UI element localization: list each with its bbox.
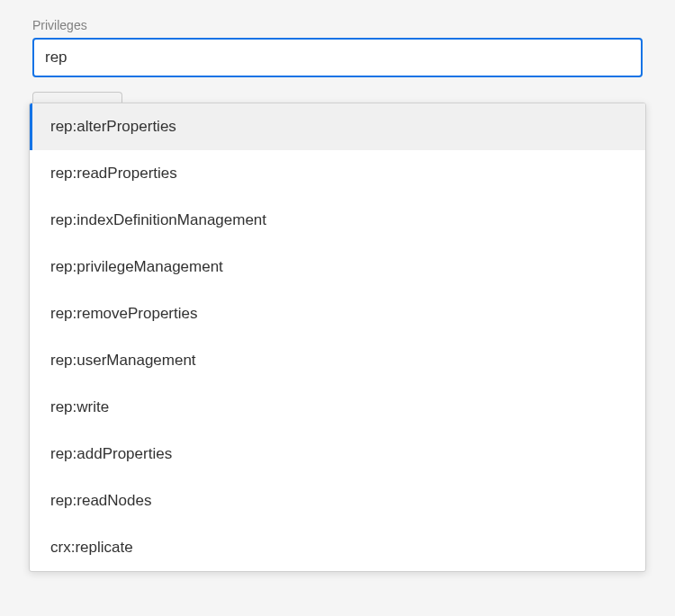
dropdown-item[interactable]: rep:write — [30, 384, 645, 431]
dropdown-item[interactable]: rep:removeProperties — [30, 290, 645, 337]
dropdown-item[interactable]: crx:replicate — [30, 524, 645, 571]
privileges-label: Privileges — [32, 18, 643, 32]
privileges-field: Privileges rep:alterPropertiesrep:readPr… — [32, 18, 643, 77]
dropdown-item[interactable]: rep:readNodes — [30, 478, 645, 524]
privileges-input[interactable] — [32, 38, 643, 77]
input-wrapper: rep:alterPropertiesrep:readPropertiesrep… — [32, 38, 643, 77]
dropdown-item[interactable]: rep:userManagement — [30, 337, 645, 384]
dropdown-item[interactable]: rep:addProperties — [30, 431, 645, 478]
dropdown-item[interactable]: rep:indexDefinitionManagement — [30, 197, 645, 244]
dropdown-item[interactable]: rep:readProperties — [30, 150, 645, 197]
dropdown-item[interactable]: rep:privilegeManagement — [30, 244, 645, 290]
dropdown-item[interactable]: rep:alterProperties — [30, 103, 645, 150]
privileges-dropdown: rep:alterPropertiesrep:readPropertiesrep… — [29, 103, 646, 572]
